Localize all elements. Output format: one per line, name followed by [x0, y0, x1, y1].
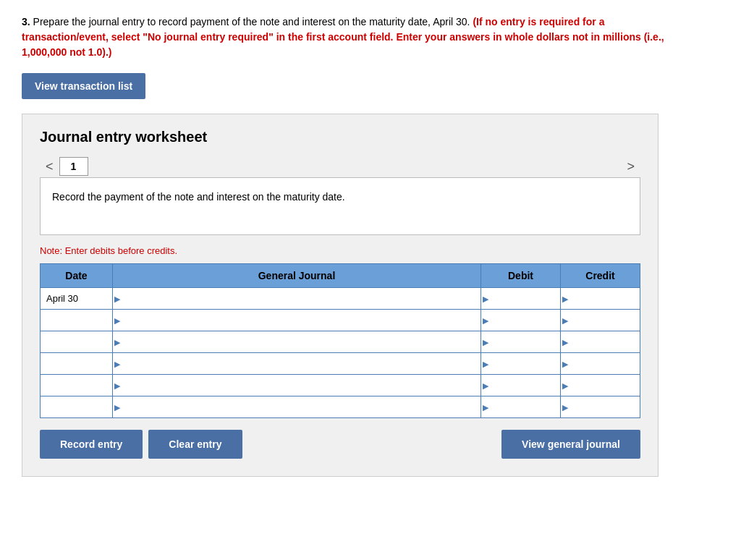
clear-entry-button[interactable]: Clear entry [148, 430, 242, 459]
table-row: ▶▶▶ [41, 310, 640, 331]
journal-table: Date General Journal Debit Credit April … [40, 263, 640, 418]
gj-cell-1[interactable]: ▶ [113, 310, 481, 331]
debit-input-3[interactable] [481, 353, 560, 374]
date-cell-3 [41, 353, 113, 375]
credit-cell-4[interactable]: ▶ [561, 375, 640, 396]
table-row: April 30▶▶▶ [41, 288, 640, 310]
credit-input-0[interactable] [561, 288, 640, 309]
description-text: Record the payment of the note and inter… [52, 191, 345, 203]
debit-cell-3[interactable]: ▶ [481, 353, 561, 375]
col-header-date: Date [41, 264, 113, 288]
view-transaction-button[interactable]: View transaction list [22, 73, 145, 99]
debit-input-0[interactable] [481, 288, 560, 309]
worksheet-title: Journal entry worksheet [40, 129, 640, 145]
question-text: 3. Prepare the journal entry to record p… [22, 14, 673, 60]
col-header-credit: Credit [561, 264, 640, 288]
debit-input-1[interactable] [481, 310, 560, 331]
worksheet-container: Journal entry worksheet < 1 > Record the… [22, 114, 659, 477]
gj-input-4[interactable] [113, 375, 480, 396]
debit-cell-5[interactable]: ▶ [481, 396, 561, 418]
col-header-debit: Debit [481, 264, 561, 288]
gj-cell-5[interactable]: ▶ [113, 396, 481, 418]
table-row: ▶▶▶ [41, 331, 640, 353]
credit-input-3[interactable] [561, 353, 640, 374]
gj-input-3[interactable] [113, 353, 480, 374]
gj-cell-0[interactable]: ▶ [113, 288, 481, 310]
gj-cell-4[interactable]: ▶ [113, 375, 481, 396]
question-main: Prepare the journal entry to record paym… [33, 16, 470, 27]
credit-input-2[interactable] [561, 331, 640, 352]
credit-input-1[interactable] [561, 310, 640, 331]
gj-input-1[interactable] [113, 310, 480, 331]
description-box: Record the payment of the note and inter… [40, 177, 640, 235]
debit-cell-2[interactable]: ▶ [481, 331, 561, 353]
table-row: ▶▶▶ [41, 375, 640, 396]
date-cell-2 [41, 331, 113, 353]
credit-input-5[interactable] [561, 396, 640, 417]
col-header-gj: General Journal [113, 264, 481, 288]
note-text: Note: Enter debits before credits. [40, 245, 640, 256]
table-row: ▶▶▶ [41, 396, 640, 418]
debit-cell-0[interactable]: ▶ [481, 288, 561, 310]
gj-input-2[interactable] [113, 331, 480, 352]
view-general-journal-button[interactable]: View general journal [501, 430, 640, 459]
tab-number[interactable]: 1 [59, 157, 88, 176]
button-row: Record entry Clear entry View general jo… [40, 430, 640, 459]
question-number: 3. [22, 16, 30, 27]
credit-input-4[interactable] [561, 375, 640, 396]
nav-right-arrow[interactable]: > [621, 159, 640, 174]
nav-left-arrow[interactable]: < [40, 159, 59, 174]
record-entry-button[interactable]: Record entry [40, 430, 143, 459]
date-cell-4 [41, 375, 113, 396]
credit-cell-0[interactable]: ▶ [561, 288, 640, 310]
gj-input-0[interactable] [113, 288, 480, 309]
credit-cell-3[interactable]: ▶ [561, 353, 640, 375]
date-cell-5 [41, 396, 113, 418]
credit-cell-1[interactable]: ▶ [561, 310, 640, 331]
gj-input-5[interactable] [113, 396, 480, 417]
date-cell-0: April 30 [41, 288, 113, 310]
tab-nav-row: < 1 > [40, 157, 640, 176]
debit-input-2[interactable] [481, 331, 560, 352]
credit-cell-5[interactable]: ▶ [561, 396, 640, 418]
gj-cell-2[interactable]: ▶ [113, 331, 481, 353]
debit-input-4[interactable] [481, 375, 560, 396]
gj-cell-3[interactable]: ▶ [113, 353, 481, 375]
debit-cell-1[interactable]: ▶ [481, 310, 561, 331]
credit-cell-2[interactable]: ▶ [561, 331, 640, 353]
table-row: ▶▶▶ [41, 353, 640, 375]
debit-input-5[interactable] [481, 396, 560, 417]
debit-cell-4[interactable]: ▶ [481, 375, 561, 396]
date-cell-1 [41, 310, 113, 331]
